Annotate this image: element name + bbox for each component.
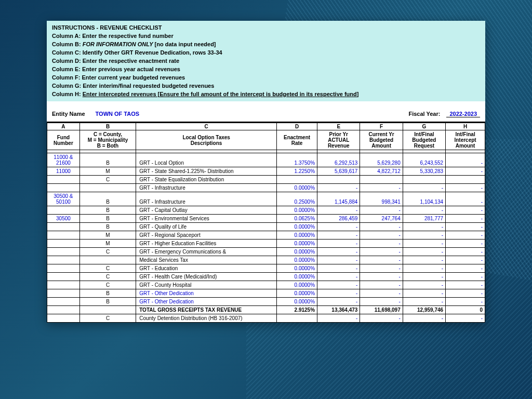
table-row: MGRT - Higher Education Facilities0.0000… [47, 240, 485, 248]
col-letter-c: C [136, 123, 277, 130]
header-description: Local Option Taxes Descriptions [136, 130, 277, 150]
table-row: CGRT - Emergency Communications &0.0000%… [47, 248, 485, 256]
fiscal-year-value: 2022-2023 [446, 111, 480, 117]
table-row: CGRT - State Equalization Distribution [47, 176, 485, 184]
col-letter-e: E [317, 123, 360, 130]
entity-name: TOWN OF TAOS [96, 111, 140, 117]
col-letter-d: D [277, 123, 317, 130]
table-row: 11000 & 21600BGRT - Local Option1.3750%6… [47, 153, 485, 167]
table-row: BGRT - Capital Outlay0.0000%---- [47, 206, 485, 215]
table-row: CGRT - Education0.0000%---- [47, 264, 485, 273]
header-int-final-req: Int/Final Budgeted Request [403, 130, 445, 150]
table-row: TOTAL GROSS RECEIPTS TAX REVENUE2.9125%1… [47, 306, 485, 314]
instructions-block: INSTRUCTIONS - REVENUE CHECKLIST Column … [47, 21, 485, 101]
col-letter-a: A [47, 123, 80, 130]
table-row: 11000MGRT - State Shared-1.225%- Distrib… [47, 167, 485, 176]
instruction-line: Column F: Enter current year budgeted re… [52, 74, 480, 82]
table-row: BGRT - Other Dedication0.0000%---- [47, 298, 485, 306]
instruction-line: Column A: Enter the respective fund numb… [52, 32, 480, 41]
col-letter-b: B [79, 123, 136, 130]
table-row: MGRT - Regional Spaceport0.0000%---- [47, 231, 485, 240]
table-row: 30500 & 50100BGRT - Infrastructure0.2500… [47, 192, 485, 206]
table-row: GRT - Infrastructure0.0000%---- [47, 184, 485, 192]
header-enactment-rate: Enactment Rate [277, 130, 317, 150]
table-body: 11000 & 21600BGRT - Local Option1.3750%6… [47, 150, 485, 323]
table-row: CGRT - County Hospital0.0000%---- [47, 281, 485, 289]
instruction-line: Column H: Enter intercepted revenues [En… [52, 90, 480, 99]
header-current-yr: Current Yr Budgeted Amount [360, 130, 403, 150]
instruction-line: Column E: Enter previous year actual rev… [52, 65, 480, 74]
table-row: 30500BGRT - Environmental Services0.0625… [47, 215, 485, 223]
column-letters-row: A B C D E F G H [47, 123, 485, 130]
entity-label: Entity Name [52, 111, 85, 117]
fiscal-year-label: Fiscal Year: [408, 111, 440, 117]
header-fund-number: Fund Number [47, 130, 80, 150]
col-letter-h: H [446, 123, 485, 130]
col-letter-f: F [360, 123, 403, 130]
table-row: CGRT - Health Care (Medicaid/Ind)0.0000%… [47, 273, 485, 281]
table-row: BGRT - Other Dedication0.0000%---- [47, 289, 485, 298]
revenue-table: A B C D E F G H Fund Number C = County, … [47, 123, 485, 323]
table-row: Medical Services Tax0.0000%---- [47, 256, 485, 264]
spreadsheet: INSTRUCTIONS - REVENUE CHECKLIST Column … [47, 21, 485, 323]
table-row: CCounty Detention Distribution (HB 316-2… [47, 314, 485, 323]
header-prior-yr: Prior Yr ACTUAL Revenue [317, 130, 360, 150]
instructions-title: INSTRUCTIONS - REVENUE CHECKLIST [52, 24, 480, 32]
instruction-line: Column C: Identify Other GRT Revenue Ded… [52, 49, 480, 57]
table-row: BGRT - Quality of Life0.0000%---- [47, 223, 485, 231]
header-intercept: Int/Final Intercept Amount [446, 130, 485, 150]
instruction-line: Column B: FOR INFORMATION ONLY [no data … [52, 41, 480, 49]
column-headers-row: Fund Number C = County, M = Municipality… [47, 130, 485, 150]
meta-row: Entity Name TOWN OF TAOS Fiscal Year: 20… [47, 101, 485, 123]
instruction-line: Column D: Enter the respective enactment… [52, 57, 480, 65]
col-letter-g: G [403, 123, 445, 130]
instruction-line: Column G: Enter interim/final requested … [52, 82, 480, 90]
header-jurisdiction: C = County, M = Municipality B = Both [79, 130, 136, 150]
